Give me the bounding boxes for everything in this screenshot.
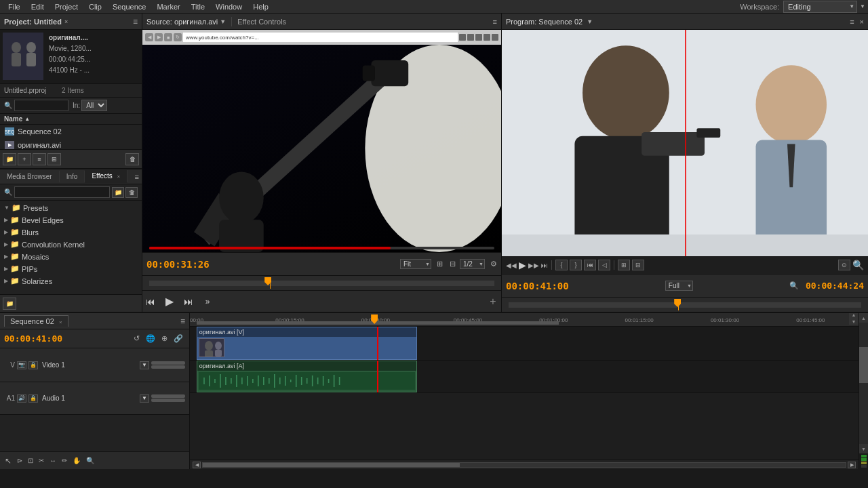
timeline-tool-link-icon[interactable]: 🔗 xyxy=(172,333,185,344)
effect-controls-tab[interactable]: Effect Controls xyxy=(237,18,286,26)
video-clip[interactable]: оригинал.avi [V] xyxy=(197,327,417,360)
ruler-scroll-down-btn[interactable]: ▼ xyxy=(849,318,859,325)
source-step-back-button[interactable]: ⏮ xyxy=(142,293,159,310)
prog-zoom-button[interactable]: 🔍 xyxy=(852,260,864,270)
project-search-bar[interactable]: 🔍 In: All xyxy=(0,98,142,114)
workspace-expand-icon[interactable]: ▼ xyxy=(860,3,865,9)
menu-title[interactable]: Title xyxy=(186,1,210,12)
program-monitor-menu-icon[interactable]: ≡ xyxy=(850,18,854,26)
tl-razor-button[interactable]: ✂ xyxy=(37,456,46,465)
menu-sequence[interactable]: Sequence xyxy=(107,1,152,12)
audio-track-lock-btn[interactable]: 🔒 xyxy=(28,394,38,403)
tl-pen-button[interactable]: ✏ xyxy=(60,456,69,465)
browser-icon-2[interactable] xyxy=(467,34,474,41)
menu-window[interactable]: Window xyxy=(210,1,248,12)
source-compare-icon[interactable]: ⊞ xyxy=(437,260,443,268)
audio-track-toggle-btn[interactable]: 🔊 xyxy=(17,394,26,403)
effects-group-mosaics-header[interactable]: ▶ 📁 Mosaics xyxy=(1,251,140,262)
audio-clip[interactable]: оригинал.avi [A] xyxy=(197,361,417,392)
sequence-tab-close-icon[interactable]: × xyxy=(59,319,62,325)
tl-scroll-track[interactable] xyxy=(202,462,846,468)
effects-delete-button[interactable]: 🗑 xyxy=(125,187,138,198)
source-tab[interactable]: Source: оригинал.avi ▼ xyxy=(146,18,226,26)
prog-export-frame-button[interactable]: ⊙ xyxy=(838,260,850,270)
timeline-tool-magnet-icon[interactable]: ⊕ xyxy=(159,333,170,344)
audio-track-expand-btn[interactable]: ▼ xyxy=(140,394,149,403)
prog-fast-fwd-button[interactable]: ▶▶ xyxy=(528,262,539,269)
menu-project[interactable]: Project xyxy=(50,1,83,12)
effects-group-pips-header[interactable]: ▶ 📁 PIPs xyxy=(1,263,140,274)
effects-group-convolution-header[interactable]: ▶ 📁 Convolution Kernel xyxy=(1,239,140,250)
menu-file[interactable]: File xyxy=(3,1,26,12)
effects-group-solarizes-header[interactable]: ▶ 📁 Solarizes xyxy=(1,275,140,287)
effects-group-presets-header[interactable]: ▼ 📁 Presets xyxy=(1,202,140,214)
icon-view-button[interactable]: ⊞ xyxy=(47,153,61,165)
prog-go-to-prev-button[interactable]: ◁ xyxy=(598,260,610,270)
video-track-lock-btn[interactable]: 🔒 xyxy=(28,361,38,369)
source-settings-icon[interactable]: ⚙ xyxy=(490,260,497,268)
tl-selection-tool-button[interactable]: ↖ xyxy=(3,455,14,466)
source-add-button[interactable]: + xyxy=(485,293,501,310)
source-fit-select[interactable]: Fit100%50%25% xyxy=(400,259,431,269)
browser-refresh-button[interactable]: ↻ xyxy=(174,33,182,41)
video-track-toggle-btn[interactable]: 📷 xyxy=(17,361,26,369)
effects-new-folder-tb-button[interactable]: 📁 xyxy=(3,298,16,310)
tab-info[interactable]: Info xyxy=(60,171,85,182)
right-scroll-up-btn[interactable]: ▲ xyxy=(859,313,868,323)
effects-panel-menu-icon[interactable]: ≡ xyxy=(132,171,142,183)
tl-track-select-button[interactable]: ⊳ xyxy=(15,456,24,465)
project-menu-icon[interactable]: ≡ xyxy=(133,17,138,26)
browser-address-bar[interactable]: www.youtube.com/watch?v=... xyxy=(183,33,458,42)
tab-media-browser[interactable]: Media Browser xyxy=(0,171,60,182)
source-step-fwd-button[interactable]: ⏭ xyxy=(180,293,197,310)
project-search-input[interactable] xyxy=(14,100,68,111)
menu-edit[interactable]: Edit xyxy=(26,1,50,12)
workspace-select[interactable]: Editing Color Correction Effects Audio xyxy=(783,1,857,13)
effects-group-bevel-header[interactable]: ▶ 📁 Bevel Edges xyxy=(1,214,140,226)
tl-zoom-button[interactable]: 🔍 xyxy=(84,456,96,465)
browser-icon-1[interactable] xyxy=(459,34,466,41)
prog-mark-in-button[interactable]: { xyxy=(555,260,568,270)
program-fit-dropdown[interactable]: FullFit50% xyxy=(665,281,693,291)
project-item-video[interactable]: ▶ оригинал.avi xyxy=(0,138,142,149)
menu-help[interactable]: Help xyxy=(248,1,274,12)
audio-track-slider2[interactable] xyxy=(151,399,185,402)
browser-icon-4[interactable] xyxy=(484,34,490,41)
sequence-tab[interactable]: Sequence 02 × xyxy=(4,315,68,327)
video-track-slider2[interactable] xyxy=(151,365,185,369)
timeline-work-area-bar[interactable] xyxy=(197,321,559,325)
right-scroll-down-btn[interactable]: ▼ xyxy=(859,444,868,453)
program-monitor-close-icon[interactable]: × xyxy=(860,18,864,26)
prog-lift-button[interactable]: ⊞ xyxy=(618,260,630,270)
prog-go-to-in-button[interactable]: ⏮ xyxy=(584,260,596,270)
right-scroll-track[interactable] xyxy=(859,323,868,444)
menu-marker[interactable]: Marker xyxy=(151,1,185,12)
tl-scroll-left-btn[interactable]: ◀ xyxy=(193,462,201,468)
project-item-sequence[interactable]: SEQ Sequence 02 xyxy=(0,125,142,138)
tl-hand-button[interactable]: ✋ xyxy=(71,456,83,465)
prog-rewind-button[interactable]: ◀◀ xyxy=(506,262,517,269)
new-item-button[interactable]: + xyxy=(18,153,31,165)
source-fast-fwd-button[interactable]: » xyxy=(199,293,216,310)
browser-fwd-button[interactable]: ▶ xyxy=(155,33,163,41)
source-ratio-dropdown[interactable]: 1/2Full1/4 xyxy=(460,259,485,269)
prog-extract-button[interactable]: ⊟ xyxy=(632,260,644,270)
in-select[interactable]: All xyxy=(81,100,107,111)
timeline-tool-globe-icon[interactable]: 🌐 xyxy=(144,333,157,344)
project-columns-header[interactable]: Name ▲ xyxy=(0,114,142,125)
source-safe-margin-icon[interactable]: ⊟ xyxy=(450,260,456,268)
browser-icon-5[interactable] xyxy=(492,34,498,41)
source-scrubber-track[interactable] xyxy=(149,281,494,286)
source-progress-bar[interactable] xyxy=(149,247,494,249)
source-fit-dropdown[interactable]: Fit100%50%25% xyxy=(400,259,431,269)
tl-slip-button[interactable]: ↔ xyxy=(47,456,58,465)
workspace-dropdown[interactable]: Editing Color Correction Effects Audio xyxy=(783,1,857,13)
source-play-button[interactable]: ▶ xyxy=(161,293,178,310)
timeline-panel-menu-icon[interactable]: ≡ xyxy=(180,317,185,326)
effects-search-input[interactable] xyxy=(14,186,110,198)
browser-icon-3[interactable] xyxy=(475,34,482,41)
tl-ripple-edit-button[interactable]: ⊡ xyxy=(26,456,35,465)
source-monitor-menu-icon[interactable]: ≡ xyxy=(493,18,497,26)
source-scrubber[interactable] xyxy=(142,275,501,290)
effects-new-folder-button[interactable]: 📁 xyxy=(112,187,124,198)
